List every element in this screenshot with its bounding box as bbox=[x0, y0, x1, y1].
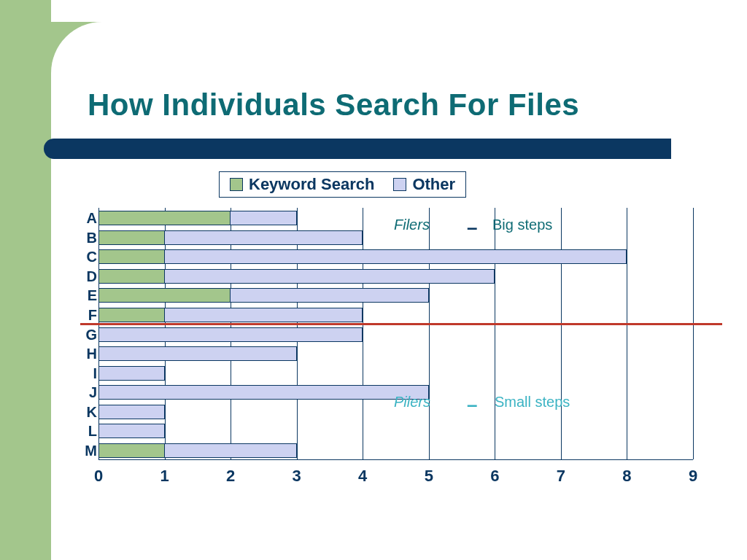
plot-area: ABCDEFGHIJKLM bbox=[98, 208, 693, 459]
annotation-filers: Filers bbox=[394, 217, 430, 233]
annotation-small-steps: Small steps bbox=[495, 394, 570, 411]
category-label: J bbox=[77, 384, 97, 401]
category-label: M bbox=[77, 443, 97, 459]
gridline bbox=[693, 208, 694, 459]
x-tick: 9 bbox=[689, 467, 697, 486]
x-tick: 4 bbox=[358, 467, 367, 486]
annotation-pilers: Pilers bbox=[394, 394, 430, 411]
category-label: H bbox=[77, 346, 97, 362]
bar-keyword bbox=[98, 443, 165, 458]
category-label: K bbox=[77, 404, 97, 421]
x-tick: 6 bbox=[490, 467, 499, 486]
bar-keyword bbox=[98, 308, 165, 322]
x-tick: 2 bbox=[226, 467, 235, 486]
annotation-big-steps: Big steps bbox=[492, 217, 552, 233]
x-tick: 7 bbox=[557, 467, 565, 486]
table-row: I bbox=[98, 365, 693, 381]
title-underline bbox=[44, 139, 671, 159]
category-label: D bbox=[77, 268, 97, 285]
table-row: C bbox=[98, 249, 693, 265]
x-tick: 1 bbox=[160, 467, 169, 486]
chart-legend: Keyword Search Other bbox=[219, 171, 466, 198]
x-axis bbox=[98, 459, 693, 460]
annotation-dash-top: – bbox=[467, 217, 476, 239]
x-tick: 0 bbox=[94, 467, 103, 486]
bar-other bbox=[98, 385, 429, 400]
bar-other bbox=[98, 424, 165, 438]
corner-accent bbox=[51, 22, 212, 88]
table-row: F bbox=[98, 307, 693, 323]
table-row: L bbox=[98, 423, 693, 439]
legend-swatch-other bbox=[393, 178, 406, 191]
bar-keyword bbox=[98, 230, 165, 245]
bar-other bbox=[98, 346, 297, 361]
x-tick: 8 bbox=[622, 467, 631, 486]
category-label: A bbox=[77, 210, 97, 227]
bar-other bbox=[98, 327, 363, 342]
table-row: H bbox=[98, 346, 693, 362]
category-label: L bbox=[77, 423, 97, 440]
legend-label-other: Other bbox=[412, 175, 455, 194]
page-title: How Individuals Search For Files bbox=[88, 88, 579, 122]
bar-chart: ABCDEFGHIJKLM 0123456789 Filers – Big st… bbox=[77, 208, 693, 492]
bar-other bbox=[98, 366, 165, 381]
group-divider bbox=[80, 323, 722, 325]
bar-keyword bbox=[98, 249, 165, 264]
x-tick: 5 bbox=[425, 467, 433, 486]
legend-swatch-keyword bbox=[230, 178, 243, 191]
bar-other bbox=[98, 249, 627, 264]
table-row: G bbox=[98, 327, 693, 343]
table-row: D bbox=[98, 268, 693, 284]
x-tick: 3 bbox=[293, 467, 301, 486]
bar-other bbox=[98, 405, 165, 419]
category-label: C bbox=[77, 249, 97, 265]
category-label: B bbox=[77, 230, 97, 246]
table-row: M bbox=[98, 443, 693, 459]
bar-keyword bbox=[98, 288, 231, 303]
category-label: F bbox=[77, 307, 97, 324]
side-band bbox=[0, 0, 51, 560]
legend-label-keyword: Keyword Search bbox=[249, 175, 374, 194]
table-row: E bbox=[98, 287, 693, 303]
category-label: I bbox=[77, 365, 97, 382]
bar-keyword bbox=[98, 269, 165, 284]
bar-keyword bbox=[98, 211, 231, 225]
category-label: E bbox=[77, 287, 97, 304]
annotation-dash-bottom: – bbox=[467, 394, 476, 416]
category-label: G bbox=[77, 327, 97, 343]
